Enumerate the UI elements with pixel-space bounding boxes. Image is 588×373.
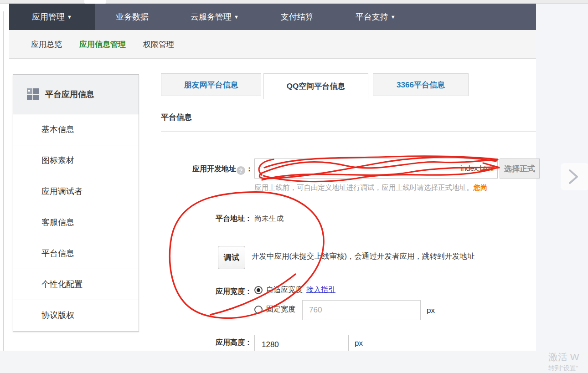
expand-panel-button[interactable] bbox=[561, 163, 588, 190]
app-height-label: 应用高度： bbox=[161, 338, 252, 347]
width-unit-label: px bbox=[427, 306, 435, 315]
fixed-width-input[interactable] bbox=[302, 300, 421, 320]
subnav-item-permission-management[interactable]: 权限管理 bbox=[143, 39, 174, 50]
sidebar-header: 平台应用信息 bbox=[13, 75, 139, 114]
width-auto-label: 自适应宽度 bbox=[266, 285, 303, 295]
bottom-gray-strip bbox=[0, 351, 588, 373]
sub-navbar: 应用总览 应用信息管理 权限管理 bbox=[9, 30, 536, 59]
nav-item-label: 支付结算 bbox=[281, 11, 314, 22]
platform-tabs: 朋友网平台信息 QQ空间平台信息 3366平台信息 bbox=[161, 73, 536, 99]
sidebar-item-icon-assets[interactable]: 图标素材 bbox=[13, 145, 139, 176]
debug-button[interactable]: 调试 bbox=[218, 246, 245, 269]
top-navbar: 应用管理 ▼ 业务数据 云服务管理 ▼ 支付结算 平台支持 ▼ bbox=[9, 4, 536, 30]
width-fixed-label: 固定宽度 bbox=[266, 305, 295, 314]
nav-item-label: 业务数据 bbox=[116, 11, 149, 22]
dropdown-caret-icon: ▼ bbox=[67, 14, 72, 20]
chevron-right-icon bbox=[566, 169, 580, 185]
choose-official-address-button[interactable]: 选择正式 bbox=[500, 158, 540, 179]
dropdown-caret-icon: ▼ bbox=[391, 14, 396, 20]
nav-item-app-management[interactable]: 应用管理 ▼ bbox=[9, 4, 95, 30]
tab-pengyou-platform[interactable]: 朋友网平台信息 bbox=[161, 73, 261, 96]
browser-tab-remnant bbox=[84, 0, 106, 4]
main-content: 平台信息 应用开发地址?： index.html 选择正式 应用上线前，可自由定… bbox=[161, 99, 536, 351]
nav-item-platform-support[interactable]: 平台支持 ▼ bbox=[335, 4, 417, 30]
subnav-item-app-info-management[interactable]: 应用信息管理 bbox=[79, 39, 126, 50]
dev-address-input[interactable]: index.html bbox=[254, 158, 498, 179]
sidebar-item-basic-info[interactable]: 基本信息 bbox=[13, 114, 139, 145]
nav-item-business-data[interactable]: 业务数据 bbox=[95, 4, 170, 30]
sidebar-item-agreement-copyright[interactable]: 协议版权 bbox=[13, 300, 139, 331]
height-unit-label: px bbox=[355, 339, 363, 348]
section-divider bbox=[161, 131, 536, 132]
window-edge-line bbox=[3, 11, 4, 351]
debug-description: 开发中应用(未提交上线审核)，会通过开发者应用，跳转到开发地址 bbox=[252, 251, 475, 261]
watermark-line1: 激活 W bbox=[548, 351, 579, 363]
nav-item-cloud-service[interactable]: 云服务管理 ▼ bbox=[170, 4, 260, 30]
integration-guide-link[interactable]: 接入指引 bbox=[306, 285, 335, 295]
platform-address-label: 平台地址： bbox=[161, 214, 252, 224]
app-width-label: 应用宽度： bbox=[161, 287, 252, 296]
nav-item-label: 平台支持 bbox=[356, 11, 388, 22]
help-icon[interactable]: ? bbox=[237, 166, 245, 175]
sidebar-item-platform-info[interactable]: 平台信息 bbox=[13, 238, 139, 269]
browser-top-strip bbox=[0, 0, 588, 4]
sidebar-item-app-debuggers[interactable]: 应用调试者 bbox=[13, 176, 139, 207]
dropdown-caret-icon: ▼ bbox=[234, 14, 239, 20]
dev-address-warning: 您尚 bbox=[474, 184, 488, 191]
platform-address-value: 尚未生成 bbox=[254, 214, 284, 224]
windows-activation-watermark: 激活 W 转到“设置” bbox=[548, 351, 579, 373]
grid-squares-icon bbox=[27, 88, 39, 100]
width-auto-option: 自适应宽度 接入指引 bbox=[254, 285, 335, 295]
tab-qzone-platform[interactable]: QQ空间平台信息 bbox=[263, 73, 368, 99]
nav-item-payment[interactable]: 支付结算 bbox=[260, 4, 335, 30]
page: 应用管理 ▼ 业务数据 云服务管理 ▼ 支付结算 平台支持 ▼ 应用总览 应用信… bbox=[0, 0, 588, 373]
dev-address-hint: 应用上线前，可自由定义地址进行调试，应用上线时请选择正式地址。您尚 bbox=[254, 183, 488, 193]
section-title: 平台信息 bbox=[161, 112, 192, 123]
subnav-item-app-overview[interactable]: 应用总览 bbox=[31, 39, 62, 50]
watermark-line2: 转到“设置” bbox=[548, 364, 579, 373]
sidebar-item-support-info[interactable]: 客服信息 bbox=[13, 207, 139, 238]
width-fixed-radio[interactable] bbox=[254, 306, 263, 314]
tab-3366-platform[interactable]: 3366平台信息 bbox=[373, 73, 469, 96]
width-fixed-option: 固定宽度 bbox=[254, 305, 295, 314]
sidebar-title: 平台应用信息 bbox=[45, 89, 94, 100]
dev-address-url-fragment: index.html bbox=[460, 164, 494, 173]
width-auto-radio[interactable] bbox=[254, 286, 263, 294]
dev-address-label: 应用开发地址?： bbox=[187, 164, 253, 175]
sidebar-item-personalization[interactable]: 个性化配置 bbox=[13, 269, 139, 300]
sidebar: 平台应用信息 基本信息 图标素材 应用调试者 客服信息 平台信息 个性化配置 协… bbox=[13, 74, 139, 332]
nav-item-label: 云服务管理 bbox=[191, 11, 232, 22]
nav-item-label: 应用管理 bbox=[32, 11, 65, 22]
